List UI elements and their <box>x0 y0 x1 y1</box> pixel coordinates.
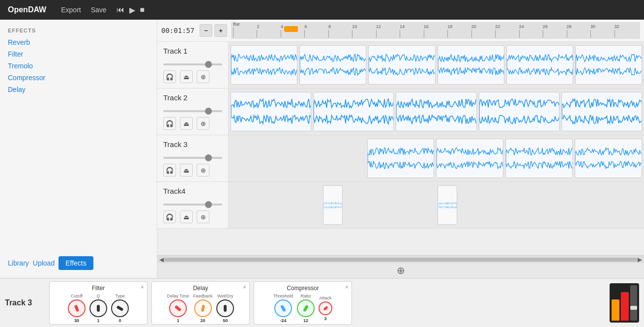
track-2-volume[interactable] <box>163 110 222 112</box>
waveform-clip[interactable] <box>436 139 503 178</box>
track-2-controls: Track 2 🎧 ⏏ ⊕ <box>157 89 229 135</box>
ruler-tick: 32 <box>615 22 638 38</box>
track-3-volume[interactable] <box>163 157 222 159</box>
q-knob[interactable] <box>89 299 107 317</box>
ruler-tick: 16 <box>424 22 447 38</box>
track-1-volume[interactable] <box>163 63 222 65</box>
wetdry-label: Wet/Dry <box>217 294 233 298</box>
delay-time-value: 1 <box>177 318 179 323</box>
effect-filter[interactable]: Filter <box>8 50 149 58</box>
timeline-area: 00:01:57 − + Bar246810121416182022242628… <box>157 20 644 278</box>
waveform-clip[interactable] <box>231 45 297 85</box>
export-button[interactable]: Export <box>61 6 81 14</box>
effect-delay[interactable]: Delay <box>8 86 149 93</box>
waveform-clip[interactable] <box>396 92 476 131</box>
svg-rect-12 <box>437 142 503 175</box>
tracks-container[interactable]: Track 1 🎧 ⏏ ⊕ <box>157 42 644 255</box>
attack: Attack 3 <box>319 296 332 321</box>
waveform-clip[interactable] <box>506 45 573 85</box>
waveform-clip[interactable] <box>299 45 366 85</box>
cutoff-knob[interactable] <box>68 299 86 317</box>
delay-close-button[interactable]: × <box>243 284 246 291</box>
waveform-clip[interactable] <box>505 139 573 178</box>
stop-button[interactable]: ■ <box>140 5 145 14</box>
waveform-clip[interactable] <box>438 45 504 85</box>
delay-time-knob[interactable] <box>169 299 187 317</box>
ruler-tick: 8 <box>328 22 352 38</box>
waveform-clip[interactable] <box>575 139 642 178</box>
waveform-clip[interactable] <box>323 185 343 225</box>
library-tab[interactable]: Library <box>8 259 29 267</box>
track-4-add[interactable]: ⊕ <box>197 210 209 223</box>
waveform-clip[interactable] <box>479 92 559 131</box>
track-2-clips <box>229 89 644 135</box>
scrollbar-track[interactable] <box>164 258 638 262</box>
delay-feedback: Feedback 20 <box>193 294 213 323</box>
track-1-headphones[interactable]: 🎧 <box>163 70 176 83</box>
ruler: Bar2468101214161820222426283032 <box>231 22 640 39</box>
track-4-waveform[interactable] <box>229 182 644 228</box>
feedback-knob[interactable] <box>194 299 212 317</box>
scroll-left-button[interactable]: ◀ <box>159 256 164 263</box>
time-minus-button[interactable]: − <box>200 24 212 37</box>
delay-params: Delay Time 1 Feedback 20 Wet/Dry 50 <box>156 294 245 323</box>
compressor-close-button[interactable]: × <box>345 284 349 291</box>
track-1-mute[interactable]: ⏏ <box>180 70 193 83</box>
delay-time-label: Delay Time <box>167 294 189 298</box>
track-4-volume[interactable] <box>163 204 222 206</box>
track-4-mute[interactable]: ⏏ <box>180 210 193 223</box>
track-1-add[interactable]: ⊕ <box>197 70 209 83</box>
rewind-button[interactable]: ⏮ <box>117 5 124 14</box>
vu-thumb <box>630 306 637 310</box>
horizontal-scrollbar[interactable]: ◀ ▶ <box>157 255 644 263</box>
track-2-mute[interactable]: ⏏ <box>180 117 193 130</box>
effects-panel: EFFECTS Reverb Filter Tremolo Compressor… <box>8 28 149 97</box>
effect-tremolo[interactable]: Tremolo <box>8 62 149 70</box>
track-2-add[interactable]: ⊕ <box>197 117 209 130</box>
ruler-tick: 10 <box>352 22 376 38</box>
waveform-clip[interactable] <box>438 185 457 225</box>
waveform-clip[interactable] <box>561 92 642 131</box>
vu-slider[interactable] <box>630 285 637 321</box>
save-button[interactable]: Save <box>91 6 107 14</box>
track-3-controls: Track 3 🎧 ⏏ ⊕ <box>157 135 229 181</box>
add-track-row[interactable]: ⊕ <box>157 263 644 278</box>
play-button[interactable]: ▶ <box>129 5 135 15</box>
track-2-waveform[interactable] <box>229 89 644 135</box>
time-plus-button[interactable]: + <box>214 24 227 37</box>
time-controls: − + <box>200 24 227 37</box>
type-knob[interactable] <box>111 299 129 317</box>
scroll-right-button[interactable]: ▶ <box>638 256 642 263</box>
waveform-clip[interactable] <box>575 45 642 85</box>
add-track-button[interactable]: ⊕ <box>397 265 405 276</box>
track-4-headphones[interactable]: 🎧 <box>163 210 176 223</box>
threshold-value: -24 <box>280 318 286 323</box>
effects-tab[interactable]: Effects <box>59 256 93 270</box>
empty-slot <box>345 185 435 225</box>
attack-knob[interactable] <box>319 301 332 315</box>
track-2-headphones[interactable]: 🎧 <box>163 117 176 130</box>
svg-rect-11 <box>368 142 434 175</box>
track-1-waveform[interactable] <box>229 42 644 88</box>
empty-slot <box>299 139 365 178</box>
delay-title: Delay <box>156 285 245 292</box>
track-3-waveform[interactable] <box>229 135 644 181</box>
effect-compressor[interactable]: Compressor <box>8 74 149 82</box>
track-3-add[interactable]: ⊕ <box>197 164 209 177</box>
upload-tab[interactable]: Upload <box>33 259 55 267</box>
filter-close-button[interactable]: × <box>141 284 144 291</box>
type-label: Type <box>115 294 125 298</box>
wetdry-knob[interactable] <box>216 299 234 317</box>
svg-rect-9 <box>479 92 559 131</box>
effect-reverb[interactable]: Reverb <box>8 38 149 46</box>
threshold-knob[interactable] <box>274 299 292 317</box>
waveform-clip[interactable] <box>231 92 311 131</box>
track-3-headphones[interactable]: 🎧 <box>163 164 176 177</box>
track-3-mute[interactable]: ⏏ <box>180 164 193 177</box>
waveform-clip[interactable] <box>313 92 394 131</box>
waveform-clip[interactable] <box>368 45 435 85</box>
waveform-clip[interactable] <box>367 139 435 178</box>
track-4-clips <box>229 182 644 228</box>
compressor-card: Compressor × Threshold -24 Ratio 12 Atta… <box>254 281 352 325</box>
ratio-knob[interactable] <box>297 299 315 317</box>
